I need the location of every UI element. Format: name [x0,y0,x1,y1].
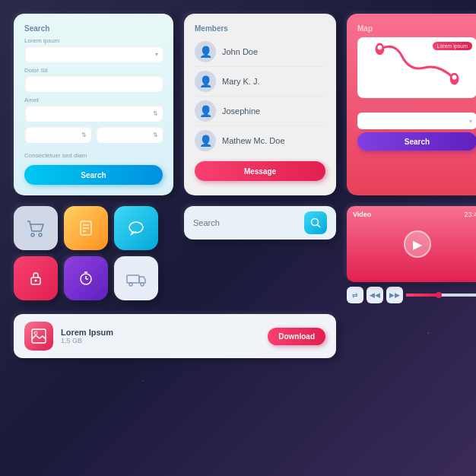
video-area: Video 23:46 ▶ [347,206,476,282]
field2-label: Dolor Sit [24,67,163,74]
download-size: 1,5 GB [61,337,260,344]
person-icon-4: 👤 [199,135,212,147]
svg-point-1 [377,46,382,50]
member-name-1: John Doe [222,47,258,56]
svg-point-4 [31,233,34,236]
download-info: Lorem Ipsum 1,5 GB [61,328,260,344]
map-label: Map [357,24,476,33]
person-icon-3: 👤 [199,105,212,117]
video-card: Video 23:46 ▶ ⇄ ◀◀ ▶▶ [347,206,476,303]
search-card-label: Search [24,24,163,33]
search-input-3[interactable]: ⇅ [24,105,163,122]
svg-rect-17 [127,275,139,283]
map-area: Lorem ipsum [357,37,476,98]
search-input-2[interactable] [24,75,163,92]
chat-icon [125,217,147,239]
svg-point-12 [35,280,37,282]
dropdown-arrow-3: ⇅ [153,110,158,117]
prev-button[interactable]: ◀◀ [367,287,383,303]
search-footer-text: Consectetuer sed diam [24,152,163,159]
avatar-4: 👤 [195,130,216,151]
chat-button[interactable] [114,206,158,250]
dropdown-arrow-4a: ⇅ [81,132,87,138]
image-icon [30,328,47,344]
cart-button[interactable] [14,206,58,250]
avatar-3: 👤 [195,100,216,122]
map-desc: Lorem ipsum dolor [357,103,476,109]
timer-icon [77,269,95,287]
map-dropdown-arrow: ▾ [469,118,472,125]
dropdown-arrow-4b: ⇅ [153,132,158,138]
svg-point-23 [34,332,37,335]
svg-point-18 [129,283,132,286]
search-card: Search Lorem ipsum ▾ Dolor Sit Amet ⇅ ⇅ … [14,14,173,195]
search-bar-icon-button[interactable] [304,211,327,234]
person-icon-2: 👤 [199,75,212,87]
download-button[interactable]: Download [268,328,325,345]
lock-icon [27,269,45,287]
lock-button[interactable] [14,256,58,300]
avatar-1: 👤 [195,41,216,62]
play-button[interactable]: ▶ [404,230,431,258]
member-item: 👤 Mary K. J. [195,67,325,97]
member-item: 👤 Mathew Mc. Doe [195,126,325,155]
document-button[interactable] [64,206,108,250]
svg-line-21 [318,225,321,228]
members-label: Members [195,24,325,33]
download-title: Lorem Ipsum [61,328,260,337]
progress-fill [406,294,439,297]
timer-button[interactable] [64,256,108,300]
svg-point-10 [129,222,143,233]
cart-icon [25,217,46,239]
search-input-1[interactable]: ▾ [24,46,163,62]
member-item: 👤 Josephine [195,97,325,126]
search-button[interactable]: Search [24,165,163,185]
search-bar-container [184,206,336,240]
svg-point-19 [141,283,144,286]
person-icon-1: 👤 [199,46,212,58]
member-name-3: Josephine [222,106,260,116]
map-svg [357,37,476,98]
map-card: Map Lorem ipsum Lorem ipsum dolor ▾ Sear… [347,14,476,195]
map-input[interactable]: ▾ [357,113,476,129]
member-name-2: Mary K. J. [222,77,260,86]
document-icon [77,219,95,237]
search-input-4a[interactable]: ⇅ [24,126,91,143]
map-search-button[interactable]: Search [357,132,476,151]
progress-bar[interactable] [406,294,476,297]
video-label: Video [353,211,371,218]
field1-label: Lorem ipsum [24,37,163,44]
video-time: 23:46 [464,211,476,218]
download-card: Lorem Ipsum 1,5 GB Download [14,314,336,358]
member-name-4: Mathew Mc. Doe [222,136,285,145]
svg-point-20 [312,219,319,226]
search-bar-input[interactable] [193,218,304,227]
search-icon [309,217,322,229]
search-bar[interactable] [184,206,336,240]
member-item: 👤 John Doe [195,37,325,67]
search-input-4b[interactable]: ⇅ [96,126,163,143]
field3-label: Amet [24,97,163,103]
truck-button[interactable] [114,256,158,300]
progress-dot [436,292,442,298]
truck-icon [125,269,147,287]
icon-buttons-group [14,206,173,303]
message-button[interactable]: Message [195,161,325,181]
file-icon [24,322,53,351]
svg-rect-22 [32,329,46,343]
share-button[interactable]: ⇄ [347,287,363,303]
icon-row-1 [14,206,173,250]
avatar-2: 👤 [195,71,216,92]
icon-row-2 [14,256,173,300]
video-controls: ⇄ ◀◀ ▶▶ [347,287,476,303]
svg-point-3 [452,75,457,80]
members-card: Members 👤 John Doe 👤 Mary K. J. 👤 Joseph… [184,14,336,195]
next-button[interactable]: ▶▶ [386,287,403,303]
svg-point-5 [39,233,42,236]
download-row: Lorem Ipsum 1,5 GB Download [14,314,336,358]
dropdown-arrow-1: ▾ [155,51,158,58]
